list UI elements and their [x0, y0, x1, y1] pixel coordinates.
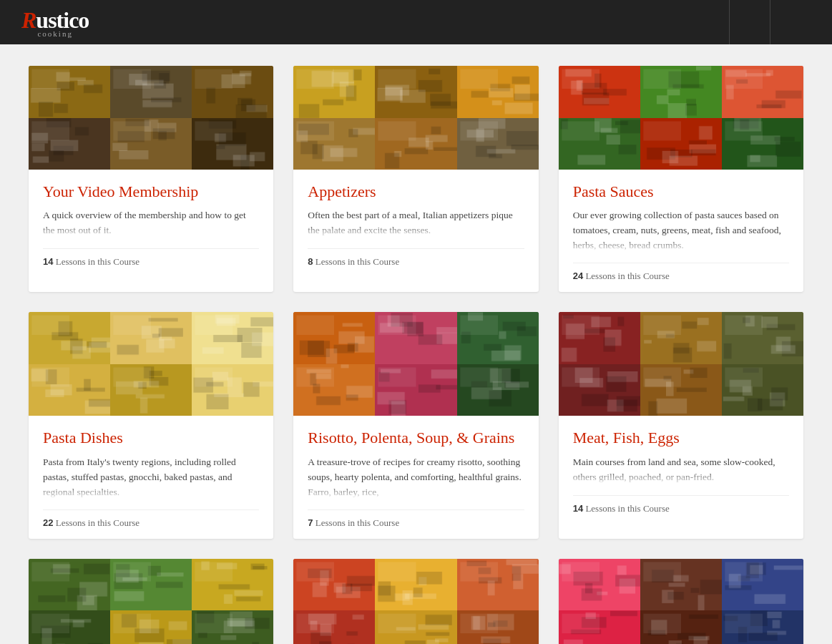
course-image [29, 559, 273, 644]
image-cell-3 [559, 118, 640, 170]
course-card-appetizers[interactable]: AppetizersOften the best part of a meal,… [293, 66, 538, 292]
course-image [29, 312, 273, 416]
image-cell-4 [640, 364, 722, 416]
image-cell-1 [375, 312, 456, 364]
card-body: AppetizersOften the best part of a meal,… [293, 170, 538, 278]
main-content: Your Video MembershipA quick overview of… [0, 44, 832, 644]
image-cell-3 [29, 364, 110, 416]
image-cell-4 [375, 364, 456, 416]
course-description: Pasta from Italy's twenty regions, inclu… [43, 455, 259, 499]
image-cell-3 [29, 610, 110, 644]
logo-r: R [21, 7, 36, 33]
image-cell-0 [293, 312, 375, 364]
image-cell-5 [192, 118, 273, 170]
course-lessons: 22 Lessons in this Course [43, 509, 259, 529]
card-body: Your Video MembershipA quick overview of… [29, 170, 273, 278]
image-cell-3 [559, 610, 640, 644]
course-title: Your Video Membership [43, 182, 259, 201]
image-cell-2 [192, 559, 273, 611]
course-card-vegetables-salads[interactable]: Vegetables & SaladsItalian cuisine puts … [29, 559, 273, 644]
image-cell-4 [640, 610, 722, 644]
image-cell-1 [110, 66, 192, 118]
courses-grid: Your Video MembershipA quick overview of… [29, 66, 803, 644]
image-cell-4 [375, 610, 456, 644]
image-cell-5 [722, 364, 803, 416]
image-cell-2 [457, 559, 539, 611]
course-card-meat-fish-eggs[interactable]: Meat, Fish, EggsMain courses from land a… [559, 312, 803, 538]
image-cell-4 [110, 118, 192, 170]
image-cell-2 [722, 559, 803, 611]
course-card-pasta-dishes[interactable]: Pasta DishesPasta from Italy's twenty re… [29, 312, 273, 538]
course-lessons: 7 Lessons in this Course [308, 509, 524, 529]
course-card-pizza-flatbreads[interactable]: Pizza, Flatbreads, BreadsFrom focaccia t… [293, 559, 538, 644]
course-description: A quick overview of the membership and h… [43, 208, 259, 238]
image-cell-5 [457, 118, 539, 170]
card-body: Pasta SaucesOur ever growing collection … [559, 170, 803, 292]
image-cell-0 [293, 66, 375, 118]
logo[interactable]: Rustico cooking [21, 7, 89, 38]
course-image [293, 66, 538, 170]
course-description: A treasure-trove of recipes for creamy r… [308, 455, 524, 499]
course-title: Pasta Sauces [573, 182, 789, 201]
image-cell-5 [722, 118, 803, 170]
image-cell-1 [110, 559, 192, 611]
image-cell-4 [640, 118, 722, 170]
image-cell-5 [192, 364, 273, 416]
login-button[interactable] [729, 0, 770, 44]
course-lessons: 8 Lessons in this Course [308, 248, 524, 268]
course-card-pasta-sauces[interactable]: Pasta SaucesOur ever growing collection … [559, 66, 803, 292]
course-lessons: 24 Lessons in this Course [573, 263, 789, 282]
card-body: Risotto, Polenta, Soup, & GrainsA treasu… [293, 416, 538, 538]
image-cell-0 [559, 66, 640, 118]
image-cell-3 [29, 118, 110, 170]
image-cell-0 [29, 66, 110, 118]
image-cell-3 [293, 364, 375, 416]
course-lessons: 14 Lessons in this Course [43, 248, 259, 268]
course-image [293, 312, 538, 416]
course-image [559, 66, 803, 170]
image-cell-3 [293, 610, 375, 644]
image-cell-1 [640, 559, 722, 611]
image-cell-1 [110, 312, 192, 364]
course-image [559, 559, 803, 644]
signup-button[interactable] [770, 0, 811, 44]
course-image [29, 66, 273, 170]
image-cell-2 [457, 66, 539, 118]
course-description: Our ever growing collection of pasta sau… [573, 208, 789, 253]
image-cell-5 [457, 364, 539, 416]
image-cell-3 [559, 364, 640, 416]
course-title: Appetizers [308, 182, 524, 201]
course-title: Meat, Fish, Eggs [573, 429, 789, 447]
image-cell-0 [293, 559, 375, 611]
image-cell-5 [457, 610, 539, 644]
image-cell-0 [559, 559, 640, 611]
image-cell-0 [29, 559, 110, 611]
image-cell-5 [722, 610, 803, 644]
course-description: Main courses from land and sea, some slo… [573, 455, 789, 485]
image-cell-2 [192, 312, 273, 364]
header-nav [729, 0, 811, 44]
course-card-dessert[interactable]: DessertSpoonable, crispy, creamy, frozen… [559, 559, 803, 644]
image-cell-2 [457, 312, 539, 364]
image-cell-2 [722, 312, 803, 364]
course-image [293, 559, 538, 644]
image-cell-4 [110, 364, 192, 416]
image-cell-5 [192, 610, 273, 644]
course-title: Risotto, Polenta, Soup, & Grains [308, 429, 524, 447]
image-cell-3 [293, 118, 375, 170]
card-body: Pasta DishesPasta from Italy's twenty re… [29, 416, 273, 538]
image-cell-1 [375, 559, 456, 611]
card-body: Meat, Fish, EggsMain courses from land a… [559, 416, 803, 524]
image-cell-1 [375, 66, 456, 118]
image-cell-1 [640, 66, 722, 118]
image-cell-4 [110, 610, 192, 644]
header: Rustico cooking [0, 0, 832, 44]
course-description: Often the best part of a meal, Italian a… [308, 208, 524, 238]
course-card-risotto-polenta[interactable]: Risotto, Polenta, Soup, & GrainsA treasu… [293, 312, 538, 538]
course-image [559, 312, 803, 416]
course-lessons: 14 Lessons in this Course [573, 495, 789, 514]
image-cell-0 [29, 312, 110, 364]
image-cell-2 [192, 66, 273, 118]
course-card-video-membership[interactable]: Your Video MembershipA quick overview of… [29, 66, 273, 292]
image-cell-2 [722, 66, 803, 118]
